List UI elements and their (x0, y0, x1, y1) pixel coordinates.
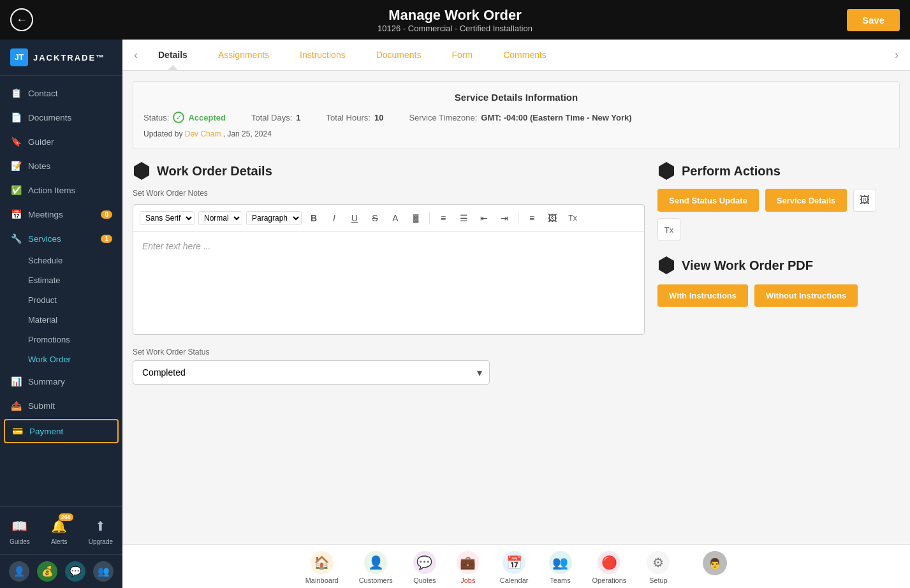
bottom-nav-operations[interactable]: 🔴 Operations (592, 551, 627, 584)
send-status-update-button[interactable]: Send Status Update (657, 189, 759, 212)
font-size-select[interactable]: Normal (198, 211, 242, 225)
italic-btn[interactable]: I (326, 210, 342, 226)
jobs-icon: 💼 (457, 551, 480, 574)
payment-icon: 💳 (11, 425, 23, 437)
tab-assignments[interactable]: Assignments (203, 40, 284, 70)
image-btn[interactable]: 🖼 (544, 210, 561, 226)
ordered-list-btn[interactable]: ≡ (435, 210, 451, 226)
updated-by-user[interactable]: Dev Cham (185, 129, 221, 138)
meetings-badge: 0 (101, 210, 112, 219)
clear-action-icon[interactable]: Tx (657, 218, 680, 241)
sidebar-logo: JT JACKTRADE™ (0, 40, 122, 76)
bottom-nav: 🏠 Mainboard 👤 Customers 💬 Quotes 💼 Jobs … (122, 544, 910, 588)
tab-next-arrow[interactable]: › (890, 48, 904, 62)
customers-label: Customers (359, 577, 393, 584)
updated-date: , Jan 25, 2024 (223, 129, 272, 138)
bottom-nav-jobs[interactable]: 💼 Jobs (457, 551, 480, 584)
editor-toolbar: Sans Serif Normal Paragraph B I U S (133, 205, 644, 232)
total-hours-label: Total Hours: (327, 113, 371, 122)
service-details-button[interactable]: Service Details (765, 189, 848, 212)
mainboard-icon: 🏠 (311, 551, 334, 574)
tab-prev-arrow[interactable]: ‹ (129, 48, 143, 62)
work-order-status-select[interactable]: Completed Pending In Progress Cancelled … (133, 360, 490, 385)
unordered-list-btn[interactable]: ☰ (455, 210, 472, 226)
setup-label: Setup (649, 577, 668, 584)
work-order-hex-icon (133, 162, 150, 180)
calendar-label: Calendar (500, 577, 529, 584)
back-button[interactable]: ← (10, 8, 33, 31)
quotes-icon: 💬 (413, 551, 436, 574)
updated-by-prefix: Updated by (143, 129, 182, 138)
bottom-nav-teams[interactable]: 👥 Teams (549, 551, 572, 584)
user-dollar-icon[interactable]: 💰 (37, 561, 57, 582)
sidebar-sub-estimate[interactable]: Estimate (0, 270, 122, 290)
logo-text: JACKTRADE™ (33, 53, 105, 62)
paragraph-select[interactable]: Paragraph (246, 211, 302, 225)
sidebar-item-contact[interactable]: 📋 Contact (0, 81, 122, 105)
jobs-label: Jobs (460, 577, 475, 584)
font-family-select[interactable]: Sans Serif (140, 211, 194, 225)
operations-icon: 🔴 (598, 551, 620, 574)
quotes-label: Quotes (413, 577, 436, 584)
bottom-nav-customers[interactable]: 👤 Customers (359, 551, 393, 584)
user-chat-icon[interactable]: 💬 (65, 561, 85, 582)
sidebar-item-meetings[interactable]: 📅 Meetings 0 (0, 202, 122, 226)
tab-details[interactable]: Details (143, 40, 203, 70)
bottom-nav-calendar[interactable]: 📅 Calendar (500, 551, 529, 584)
bottom-nav-quotes[interactable]: 💬 Quotes (413, 551, 436, 584)
services-icon: 🔧 (10, 233, 22, 244)
bold-btn[interactable]: B (305, 210, 322, 226)
sidebar-sub-product[interactable]: Product (0, 290, 122, 310)
mainboard-label: Mainboard (305, 577, 339, 584)
highlight-btn[interactable]: ▓ (407, 210, 424, 226)
sidebar-sub-schedule[interactable]: Schedule (0, 251, 122, 270)
sidebar-sub-material[interactable]: Material (0, 310, 122, 330)
guides-icon-btn[interactable]: 📖 Guides (7, 513, 33, 548)
sidebar-item-notes[interactable]: 📝 Notes (0, 154, 122, 178)
upgrade-icon-btn[interactable]: ⬆ Upgrade (86, 513, 115, 548)
save-button[interactable]: Save (847, 9, 900, 31)
bottom-nav-setup[interactable]: ⚙ Setup (647, 551, 670, 584)
text-color-btn[interactable]: A (387, 210, 404, 226)
user-person-icon[interactable]: 👤 (9, 561, 29, 582)
align-btn[interactable]: ≡ (524, 210, 540, 226)
services-badge: 1 (101, 235, 112, 243)
strikethrough-btn[interactable]: S (367, 210, 383, 226)
sidebar-sub-promotions[interactable]: Promotions (0, 330, 122, 349)
upgrade-icon: ⬆ (91, 516, 111, 536)
bottom-nav-mainboard[interactable]: 🏠 Mainboard (305, 551, 339, 584)
sidebar-item-services[interactable]: 🔧 Services 1 (0, 226, 122, 251)
total-days-info: Total Days: 1 (251, 113, 301, 122)
sidebar-item-submit[interactable]: 📤 Submit (0, 393, 122, 418)
clear-format-btn[interactable]: Tx (564, 210, 581, 226)
editor-body[interactable]: Enter text here ... (133, 232, 644, 334)
status-value: Accepted (188, 113, 226, 122)
alerts-icon-btn[interactable]: 🔔 268 Alerts (47, 513, 72, 548)
action-items-icon: ✅ (10, 184, 22, 196)
tab-comments[interactable]: Comments (488, 40, 562, 70)
with-instructions-button[interactable]: With Instructions (657, 284, 748, 307)
indent-left-btn[interactable]: ⇤ (476, 210, 492, 226)
view-pdf-hex-icon (657, 256, 675, 274)
image-action-icon[interactable]: 🖼 (853, 189, 876, 212)
sidebar-nav: 📋 Contact 📄 Documents 🔖 Guider 📝 Notes ✅… (0, 76, 122, 506)
sidebar-item-documents[interactable]: 📄 Documents (0, 105, 122, 129)
rich-text-editor[interactable]: Sans Serif Normal Paragraph B I U S (133, 204, 645, 335)
action-buttons: Send Status Update Service Details 🖼 Tx (657, 189, 900, 241)
indent-right-btn[interactable]: ⇥ (496, 210, 513, 226)
underline-btn[interactable]: U (346, 210, 363, 226)
tab-form[interactable]: Form (436, 40, 488, 70)
two-col-layout: Work Order Details Set Work Order Notes … (133, 162, 900, 385)
tab-documents[interactable]: Documents (361, 40, 437, 70)
tab-instructions[interactable]: Instructions (284, 40, 361, 70)
sidebar-sub-work-order[interactable]: Work Order (0, 349, 122, 369)
user-group-icon[interactable]: 👥 (93, 561, 114, 582)
sidebar-item-guider[interactable]: 🔖 Guider (0, 129, 122, 154)
sidebar-item-summary[interactable]: 📊 Summary (0, 369, 122, 393)
without-instructions-button[interactable]: Without Instructions (754, 284, 858, 307)
user-avatar[interactable]: 👨 (703, 551, 727, 575)
sidebar-item-action-items[interactable]: ✅ Action Items (0, 178, 122, 202)
header-title-block: Manage Work Order 10126 - Commercial - C… (378, 7, 532, 33)
sidebar-item-payment[interactable]: 💳 Payment (4, 419, 119, 443)
teams-icon: 👥 (549, 551, 572, 574)
